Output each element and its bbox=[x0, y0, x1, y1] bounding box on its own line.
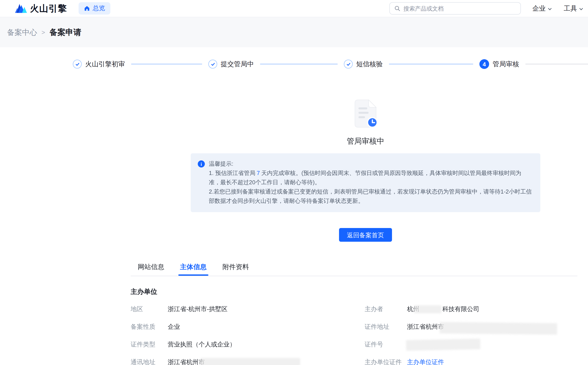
menu-tools-label: 工具 bbox=[564, 4, 577, 13]
overview-label: 总览 bbox=[93, 4, 105, 12]
field-cert-type: 证件类型 营业执照（个人或企业） bbox=[131, 336, 365, 353]
step-label: 火山引擎初审 bbox=[85, 60, 125, 68]
field-value bbox=[407, 339, 480, 350]
progress-steps: 火山引擎初审 提交管局中 短信核验 4 管局审核 bbox=[73, 47, 588, 69]
step-connector bbox=[525, 64, 588, 64]
field-organizer-cert: 主办单位证件 主办单位证件 bbox=[365, 353, 577, 365]
notice-line2: 2.若您已接到备案审核通过或备案已变更的短信，则表明管局已审核通过，若发现订单状… bbox=[209, 187, 532, 205]
notice-box: i 温馨提示: 1. 预估浙江省管局7天内完成审核。(预估时间会因周末、节假日或… bbox=[191, 153, 540, 212]
step-number-badge: 4 bbox=[480, 59, 489, 69]
search-icon bbox=[394, 5, 400, 12]
step-volcengine-review: 火山引擎初审 bbox=[73, 60, 208, 69]
chevron-down-icon bbox=[579, 7, 584, 11]
step-sms-verify: 短信核验 bbox=[344, 60, 480, 69]
redacted-block bbox=[414, 305, 441, 313]
field-label: 备案性质 bbox=[131, 323, 168, 331]
menu-tools[interactable]: 工具 bbox=[564, 4, 584, 13]
notice-days-highlight: 7 bbox=[255, 170, 261, 176]
notice-title: 温馨提示: bbox=[209, 159, 532, 168]
field-value: 杭州科技有限公司 bbox=[407, 305, 480, 313]
field-icp-type: 备案性质 企业 bbox=[131, 318, 365, 336]
field-value: 企业 bbox=[168, 323, 180, 331]
breadcrumb: 备案中心 > 备案申请 bbox=[0, 17, 588, 47]
field-value: 浙江省杭州市 bbox=[168, 358, 300, 365]
tab-website-info[interactable]: 网站信息 bbox=[137, 262, 165, 276]
detail-right-column: 主办者 杭州科技有限公司 证件地址 浙江省杭州市 证件号 主办单位证件 主办单位… bbox=[365, 301, 577, 365]
redacted-block bbox=[406, 338, 480, 351]
home-icon bbox=[84, 5, 90, 12]
field-label: 证件号 bbox=[365, 341, 407, 349]
step-connector bbox=[389, 64, 473, 64]
field-label: 主办单位证件 bbox=[365, 358, 407, 365]
field-label: 证件地址 bbox=[365, 323, 407, 331]
step-connector bbox=[131, 64, 202, 64]
step-done-check-icon bbox=[344, 60, 353, 69]
menu-enterprise[interactable]: 企业 bbox=[532, 4, 552, 13]
tab-attachments[interactable]: 附件资料 bbox=[222, 262, 250, 276]
volcano-logo-icon bbox=[15, 3, 27, 14]
menu-enterprise-label: 企业 bbox=[532, 4, 546, 13]
search-input[interactable] bbox=[404, 5, 516, 12]
breadcrumb-parent[interactable]: 备案中心 bbox=[7, 27, 37, 37]
step-done-check-icon bbox=[208, 60, 217, 69]
field-label: 通讯地址 bbox=[131, 358, 168, 365]
notice-line1: 1. 预估浙江省管局7天内完成审核。(预估时间会因周末、节假日或管局原因导致顺延… bbox=[209, 168, 532, 187]
detail-tabs: 网站信息 主体信息 附件资料 bbox=[131, 262, 577, 276]
field-region: 地区 浙江省-杭州市-拱墅区 bbox=[131, 301, 365, 318]
organizer-cert-link[interactable]: 主办单位证件 bbox=[407, 358, 444, 365]
step-done-check-icon bbox=[73, 60, 82, 69]
topbar-right: 企业 工具 bbox=[389, 2, 584, 14]
field-value: 营业执照（个人或企业） bbox=[168, 341, 236, 349]
field-value: 浙江省杭州市 bbox=[407, 320, 557, 334]
section-title-organizer: 主办单位 bbox=[131, 288, 588, 296]
step-label: 提交管局中 bbox=[221, 60, 254, 68]
step-authority-review: 4 管局审核 bbox=[480, 59, 588, 69]
tab-subject-info[interactable]: 主体信息 bbox=[179, 262, 208, 276]
field-label: 主办者 bbox=[365, 305, 407, 313]
logo-text: 火山引擎 bbox=[30, 2, 67, 14]
chevron-down-icon bbox=[547, 7, 552, 11]
redacted-block bbox=[200, 358, 300, 365]
status-section: 管局审核中 i 温馨提示: 1. 预估浙江省管局7天内完成审核。(预估时间会因周… bbox=[191, 69, 540, 242]
field-value: 浙江省-杭州市-拱墅区 bbox=[168, 305, 228, 313]
step-connector bbox=[260, 64, 338, 64]
search-box[interactable] bbox=[389, 2, 521, 14]
field-organizer-name: 主办者 杭州科技有限公司 bbox=[365, 301, 577, 318]
volcengine-icp-page: 火山引擎 总览 企业 工具 备案中心 bbox=[0, 0, 588, 365]
step-submit-authority: 提交管局中 bbox=[208, 60, 344, 69]
organizer-detail-grid: 地区 浙江省-杭州市-拱墅区 备案性质 企业 证件类型 营业执照（个人或企业） … bbox=[131, 301, 577, 365]
top-navbar: 火山引擎 总览 企业 工具 bbox=[0, 0, 588, 17]
field-label: 证件类型 bbox=[131, 341, 168, 349]
info-icon: i bbox=[198, 160, 205, 168]
field-cert-address: 证件地址 浙江省杭州市 bbox=[365, 318, 577, 336]
breadcrumb-separator-icon: > bbox=[41, 29, 45, 36]
step-label: 短信核验 bbox=[356, 60, 383, 68]
document-pending-icon bbox=[353, 98, 378, 129]
field-label: 地区 bbox=[131, 305, 168, 313]
field-cert-number: 证件号 bbox=[365, 336, 577, 353]
back-to-icp-home-button[interactable]: 返回备案首页 bbox=[339, 228, 392, 242]
field-mailing-address: 通讯地址 浙江省杭州市 bbox=[131, 353, 365, 365]
detail-left-column: 地区 浙江省-杭州市-拱墅区 备案性质 企业 证件类型 营业执照（个人或企业） … bbox=[131, 301, 365, 365]
redacted-block bbox=[440, 322, 557, 335]
status-title: 管局审核中 bbox=[191, 136, 540, 146]
breadcrumb-current: 备案申请 bbox=[49, 27, 81, 38]
overview-button[interactable]: 总览 bbox=[79, 2, 110, 14]
step-label: 管局审核 bbox=[493, 60, 519, 68]
notice-text: 温馨提示: 1. 预估浙江省管局7天内完成审核。(预估时间会因周末、节假日或管局… bbox=[209, 159, 532, 205]
volcengine-logo[interactable]: 火山引擎 bbox=[15, 2, 67, 14]
